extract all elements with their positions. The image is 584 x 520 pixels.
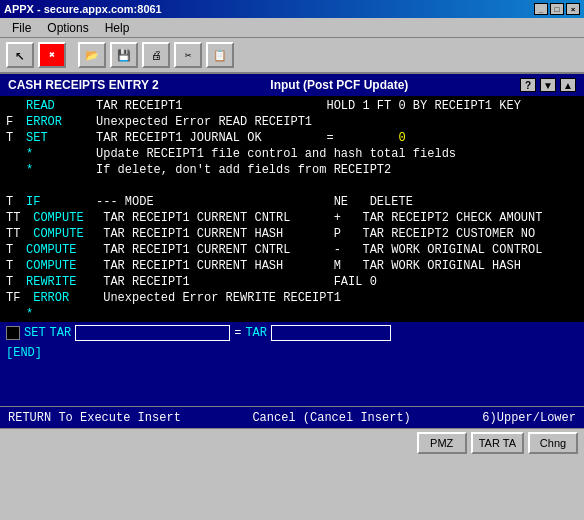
code-line-8: TT COMPUTE TAR RECEIPT1 CURRENT CNTRL + … (0, 210, 584, 226)
tar-label-1: TAR (50, 326, 72, 340)
line-flag: T (6, 130, 26, 146)
code-line-1: READ TAR RECEIPT1 HOLD 1 FT 0 BY RECEIPT… (0, 98, 584, 114)
minimize-button[interactable]: _ (534, 3, 548, 15)
line-flag: F (6, 114, 26, 130)
tar-label-2: TAR (245, 326, 267, 340)
line-content: --- MODE NE DELETE (96, 194, 578, 210)
status-left: RETURN To Execute Insert (8, 411, 181, 425)
print-button[interactable]: 🖨 (142, 42, 170, 68)
line-flag: TT (6, 210, 26, 226)
line-content: TAR RECEIPT1 JOURNAL OK = 0 (96, 130, 578, 146)
title-bar-buttons: _ □ × (534, 3, 580, 15)
line-content: TAR RECEIPT1 CURRENT HASH M TAR WORK ORI… (96, 258, 578, 274)
code-line-4: * Update RECEIPT1 file control and hash … (0, 146, 584, 162)
maximize-button[interactable]: □ (550, 3, 564, 15)
menu-file[interactable]: File (4, 19, 39, 37)
code-content: READ TAR RECEIPT1 HOLD 1 FT 0 BY RECEIPT… (0, 96, 584, 406)
open-button[interactable]: 📂 (78, 42, 106, 68)
line-keyword: COMPUTE (26, 258, 96, 274)
line-flag: T (6, 258, 26, 274)
close-button[interactable]: × (566, 3, 580, 15)
input-row: SET TAR = TAR (0, 322, 584, 344)
line-content: Update RECEIPT1 file control and hash to… (96, 146, 578, 162)
menu-options[interactable]: Options (39, 19, 96, 37)
chng-button[interactable]: Chng (528, 432, 578, 454)
header-minimize-button[interactable]: ▼ (540, 78, 556, 92)
status-center: Cancel (Cancel Insert) (252, 411, 410, 425)
line-keyword: COMPUTE (26, 210, 96, 226)
code-line-14: * (0, 306, 584, 322)
line-keyword: ERROR (26, 290, 96, 306)
end-marker: [END] (0, 344, 584, 362)
line-content: TAR RECEIPT1 CURRENT HASH P TAR RECEIPT2… (96, 226, 578, 242)
line-content: TAR RECEIPT1 FAIL 0 (96, 274, 578, 290)
stop-button[interactable]: ✖ (38, 42, 66, 68)
line-keyword: IF (26, 194, 96, 210)
line-keyword: * (26, 162, 96, 178)
form-title: CASH RECEIPTS ENTRY 2 (8, 78, 159, 92)
cut-button[interactable]: ✂ (174, 42, 202, 68)
form-subtitle: Input (Post PCF Update) (270, 78, 408, 92)
line-content: Unexpected Error READ RECEIPT1 (96, 114, 578, 130)
code-line-11: T COMPUTE TAR RECEIPT1 CURRENT HASH M TA… (0, 258, 584, 274)
line-flag (6, 178, 26, 194)
code-line-6 (0, 178, 584, 194)
cursor-indicator (6, 326, 20, 340)
code-line-10: T COMPUTE TAR RECEIPT1 CURRENT CNTRL - T… (0, 242, 584, 258)
code-line-12: T REWRITE TAR RECEIPT1 FAIL 0 (0, 274, 584, 290)
line-content: Unexpected Error REWRITE RECEIPT1 (96, 290, 578, 306)
bottom-buttons: PMZ TAR TA Chng (0, 428, 584, 456)
back-button[interactable]: ↖ (6, 42, 34, 68)
line-flag (6, 146, 26, 162)
pmz-button[interactable]: PMZ (417, 432, 467, 454)
empty-space (0, 362, 584, 406)
status-bar: RETURN To Execute Insert Cancel (Cancel … (0, 406, 584, 428)
line-content: TAR RECEIPT1 CURRENT CNTRL - TAR WORK OR… (96, 242, 578, 258)
menu-bar: File Options Help (0, 18, 584, 38)
code-line-2: F ERROR Unexpected Error READ RECEIPT1 (0, 114, 584, 130)
copy-button[interactable]: 📋 (206, 42, 234, 68)
equals-sign: = (234, 326, 241, 340)
title-bar: APPX - secure.appx.com:8061 _ □ × (0, 0, 584, 18)
menu-help[interactable]: Help (97, 19, 138, 37)
set-keyword: SET (24, 326, 46, 340)
save-button[interactable]: 💾 (110, 42, 138, 68)
line-keyword: ERROR (26, 114, 96, 130)
line-keyword: READ (26, 98, 96, 114)
line-content: TAR RECEIPT1 CURRENT CNTRL + TAR RECEIPT… (96, 210, 578, 226)
line-flag (6, 98, 26, 114)
line-flag (6, 162, 26, 178)
code-line-7: T IF --- MODE NE DELETE (0, 194, 584, 210)
header-strip: CASH RECEIPTS ENTRY 2 Input (Post PCF Up… (0, 74, 584, 96)
status-right: 6)Upper/Lower (482, 411, 576, 425)
line-flag: TT (6, 226, 26, 242)
code-line-13: TF ERROR Unexpected Error REWRITE RECEIP… (0, 290, 584, 306)
set-field-2[interactable] (271, 325, 391, 341)
code-line-3: T SET TAR RECEIPT1 JOURNAL OK = 0 (0, 130, 584, 146)
toolbar: ↖ ✖ 📂 💾 🖨 ✂ 📋 (0, 38, 584, 74)
header-controls: ? ▼ ▲ (520, 78, 576, 92)
set-field-1[interactable] (75, 325, 230, 341)
code-line-5: * If delete, don't add fields from RECEI… (0, 162, 584, 178)
line-content: TAR RECEIPT1 HOLD 1 FT 0 BY RECEIPT1 KEY (96, 98, 578, 114)
code-line-9: TT COMPUTE TAR RECEIPT1 CURRENT HASH P T… (0, 226, 584, 242)
line-keyword: COMPUTE (26, 226, 96, 242)
line-keyword: REWRITE (26, 274, 96, 290)
header-close-button[interactable]: ▲ (560, 78, 576, 92)
line-flag: T (6, 242, 26, 258)
line-keyword: SET (26, 130, 96, 146)
line-keyword: * (26, 306, 96, 322)
line-keyword (26, 178, 96, 194)
line-keyword: * (26, 146, 96, 162)
line-content (96, 306, 578, 322)
help-button[interactable]: ? (520, 78, 536, 92)
title-bar-text: APPX - secure.appx.com:8061 (4, 3, 162, 15)
line-flag: T (6, 194, 26, 210)
line-content (96, 178, 578, 194)
tar-ta-button[interactable]: TAR TA (471, 432, 524, 454)
line-flag: T (6, 274, 26, 290)
line-flag: TF (6, 290, 26, 306)
line-keyword: COMPUTE (26, 242, 96, 258)
line-flag (6, 306, 26, 322)
line-content: If delete, don't add fields from RECEIPT… (96, 162, 578, 178)
